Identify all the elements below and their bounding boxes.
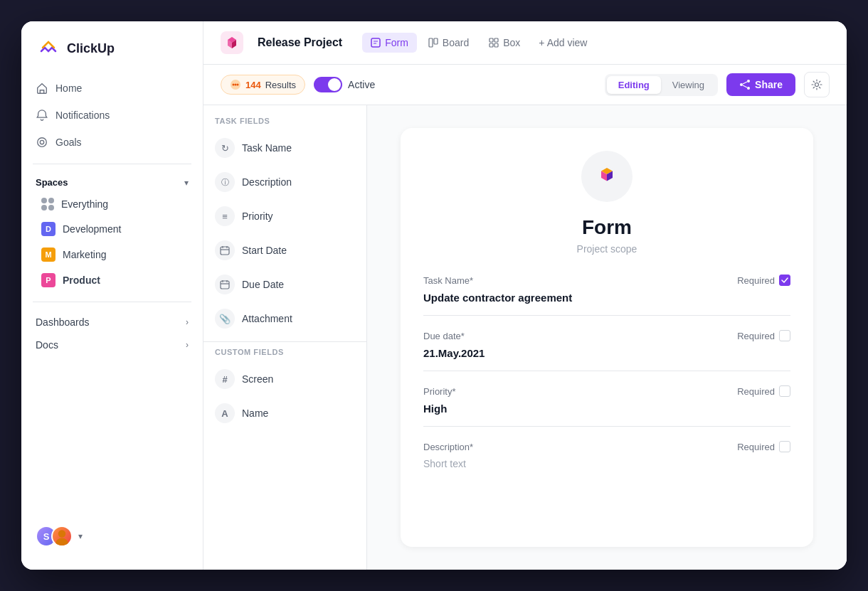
edit-view-toggle: Editing Viewing [605, 74, 718, 96]
description-required-checkbox[interactable] [779, 441, 790, 452]
svg-rect-25 [221, 247, 229, 255]
task-name-field-label: Task Name [242, 142, 292, 154]
form-field-priority: Priority* Required High [423, 385, 790, 427]
product-avatar: P [41, 273, 55, 287]
results-label: Results [265, 80, 296, 90]
description-form-placeholder[interactable]: Short text [423, 458, 790, 469]
results-count: 144 [245, 80, 261, 90]
field-priority[interactable]: ≡ Priority [203, 199, 366, 233]
svg-rect-14 [494, 43, 498, 47]
active-toggle[interactable] [314, 77, 342, 92]
app-name: ClickUp [67, 41, 115, 56]
box-tab-icon [489, 38, 499, 48]
task-fields-title: TASK FIELDS [203, 117, 366, 131]
home-label: Home [55, 82, 82, 94]
svg-rect-9 [429, 38, 433, 47]
priority-required-checkbox[interactable] [779, 385, 790, 397]
name-field-label: Name [242, 408, 268, 419]
sidebar-item-everything[interactable]: Everything [27, 192, 197, 216]
form-logo-wrapper [423, 151, 790, 202]
svg-point-1 [38, 138, 47, 147]
project-title: Release Project [258, 36, 342, 49]
svg-rect-10 [434, 38, 438, 44]
due-date-form-value[interactable]: 21.May.2021 [423, 347, 790, 359]
svg-rect-29 [221, 281, 229, 289]
docs-label: Docs [36, 339, 58, 351]
product-label: Product [63, 275, 100, 286]
due-date-required-checkbox[interactable] [779, 330, 790, 341]
field-attachment[interactable]: 📎 Attachment [203, 302, 366, 336]
sidebar-logo[interactable]: ClickUp [21, 36, 203, 75]
priority-form-label: Priority* [423, 386, 456, 397]
viewing-button[interactable]: Viewing [661, 76, 716, 94]
tab-box[interactable]: Box [480, 33, 529, 53]
dashboards-chevron-icon: › [186, 317, 189, 327]
svg-line-22 [743, 82, 747, 84]
sidebar-item-goals[interactable]: Goals [27, 129, 197, 155]
check-icon [781, 277, 788, 283]
form-card: Form Project scope Task Name* Required [401, 128, 813, 547]
sidebar-divider-2 [33, 302, 191, 302]
svg-point-24 [815, 83, 819, 87]
sidebar-item-development[interactable]: D Development [27, 216, 197, 242]
field-start-date[interactable]: Start Date [203, 233, 366, 267]
svg-point-16 [233, 84, 235, 86]
custom-fields-title: CUSTOM FIELDS [203, 348, 366, 362]
home-icon [36, 82, 48, 95]
gear-icon [811, 79, 822, 90]
svg-point-18 [237, 84, 239, 86]
editing-button[interactable]: Editing [607, 76, 661, 94]
svg-point-17 [235, 84, 237, 86]
add-view-label: + Add view [539, 37, 587, 48]
task-name-field-icon: ↻ [215, 138, 235, 158]
sidebar-navigation: Home Notifications Goals [21, 75, 203, 155]
field-task-name[interactable]: ↻ Task Name [203, 131, 366, 165]
field-screen[interactable]: # Screen [203, 362, 366, 396]
start-date-field-icon [215, 240, 235, 260]
screen-field-icon: # [215, 369, 235, 389]
sidebar-item-dashboards[interactable]: Dashboards › [21, 311, 203, 334]
priority-form-value[interactable]: High [423, 403, 790, 415]
share-icon [739, 79, 751, 90]
form-field-description: Description* Required Short text [423, 441, 790, 481]
sidebar-item-docs[interactable]: Docs › [21, 334, 203, 356]
form-tab-icon [371, 38, 381, 48]
task-name-required: Required [737, 275, 790, 286]
development-avatar: D [41, 222, 55, 236]
share-button[interactable]: Share [726, 73, 795, 96]
priority-required: Required [737, 385, 790, 397]
field-due-date[interactable]: Due Date [203, 267, 366, 302]
due-date-required: Required [737, 330, 790, 341]
sidebar-item-home[interactable]: Home [27, 75, 197, 101]
fields-panel: TASK FIELDS ↻ Task Name ⓘ Description ≡ … [203, 105, 367, 570]
svg-point-0 [36, 36, 61, 61]
goals-icon [36, 136, 48, 149]
results-badge[interactable]: 144 Results [221, 75, 305, 95]
form-logo-background [581, 151, 633, 202]
results-icon [230, 79, 241, 90]
spaces-title: Spaces [36, 177, 68, 188]
task-name-form-value[interactable]: Update contractor agreement [423, 292, 790, 304]
sidebar-item-notifications[interactable]: Notifications [27, 102, 197, 128]
sidebar-item-product[interactable]: P Product [27, 267, 197, 293]
dashboards-label: Dashboards [36, 316, 90, 328]
form-field-task-name: Task Name* Required Update contracto [423, 275, 790, 316]
everything-label: Everything [61, 198, 108, 210]
task-name-required-checkbox[interactable] [779, 275, 790, 286]
docs-chevron-icon: › [186, 340, 189, 350]
description-field-icon: ⓘ [215, 172, 235, 192]
avatar-user [51, 526, 73, 547]
tab-board[interactable]: Board [420, 33, 477, 53]
toolbar: 144 Results Active Editing Viewing [203, 65, 847, 105]
field-name[interactable]: A Name [203, 396, 366, 430]
field-description[interactable]: ⓘ Description [203, 165, 366, 199]
spaces-header[interactable]: Spaces ▾ [21, 173, 203, 192]
active-toggle-label: Active [348, 79, 375, 90]
settings-button[interactable] [804, 72, 830, 97]
sidebar-footer[interactable]: S ▾ [21, 517, 203, 555]
add-view-button[interactable]: + Add view [531, 33, 594, 53]
board-tab-label: Board [443, 37, 469, 48]
tab-form[interactable]: Form [362, 33, 417, 53]
sidebar-item-marketing[interactable]: M Marketing [27, 242, 197, 267]
form-preview: Form Project scope Task Name* Required [367, 105, 847, 570]
